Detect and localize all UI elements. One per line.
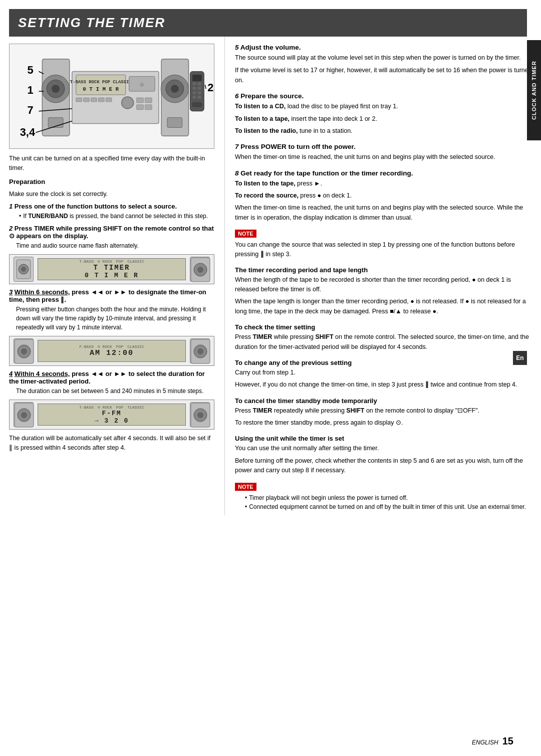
preparation-heading: Preparation [9,178,214,185]
step-1-number: 1 [9,203,13,210]
step-7-heading: 7 Press POWER to turn off the power. [235,143,532,150]
note-2-label: NOTE [235,483,256,491]
left-speaker-icon-1 [14,257,34,282]
display-text-am: AM 12:00 [90,349,134,357]
svg-rect-30 [192,87,196,90]
label-pop: POP [116,259,123,264]
step-4-sub: The duration can be set between 5 and 24… [16,387,214,396]
step-1-text: Press one of the function buttons to sel… [15,203,177,210]
note-2-bullet-2-text: Connected equipment cannot be turned on … [249,502,526,511]
note-1-text: You can change the source that was selec… [235,240,532,259]
note-2-bullet-2: • Connected equipment cannot be turned o… [245,502,532,511]
step-3-text: Within 6 seconds, press ◄◄ or ►► to desi… [9,288,206,303]
step-2-sub: Time and audio source name flash alterna… [16,241,214,250]
svg-rect-14 [98,98,104,102]
unit-display-3: T-BASS ⊙ ROCK POP TLASSIC F-FM → 3 2 0 [38,404,186,426]
step-2: 2 Press TIMER while pressing SHIFT on th… [9,225,214,284]
step-6-heading: 6 Prepare the source. [235,92,532,100]
svg-text:5: 5 [28,64,34,76]
step-4-heading: 4 Within 4 seconds, press ◄◄ or ►► to se… [9,370,214,385]
footer-page-number: 15 [502,735,513,747]
display-text-fm: F-FM [102,410,121,417]
timer-recording-body-1: When the length of the tape to be record… [235,275,532,295]
step-1-heading: 1 Press one of the function buttons to s… [9,203,214,210]
step4-note: The duration will be automatically set a… [9,434,214,453]
step-4-text: Within 4 seconds, press ◄◄ or ►► to sele… [9,370,205,385]
step-5-body-1: The source sound will play at the volume… [235,53,532,63]
step-2-heading: 2 Press TIMER while pressing SHIFT on th… [9,225,214,240]
svg-rect-18 [145,98,152,103]
svg-point-49 [21,267,26,272]
step-6-cd: To listen to a CD, load the disc to be p… [235,102,532,111]
svg-rect-27 [192,75,201,81]
right-column: 5 Adjust the volume. The source sound wi… [224,37,532,515]
unit-display-1: T-BASS ⊙ ROCK POP CLASSIC T TIMER 0 T I … [38,258,186,280]
using-unit-body-1: You can use the unit normally after sett… [235,444,532,453]
step-4-number: 4 [9,370,13,377]
step-5-heading: 5 Adjust the volume. [235,44,532,51]
svg-rect-29 [197,82,201,85]
step-5-number: 5 [235,44,239,51]
step-1-bullet-text: If TUNER/BAND is pressed, the band canno… [23,212,208,221]
check-timer-heading: To check the timer setting [235,323,532,331]
step-4: 4 Within 4 seconds, press ◄◄ or ►► to se… [9,370,214,430]
right-speaker-icon-3 [190,402,210,427]
display-panel-2: F-BASS ⊙ ROCK POP CLASSIC AM 12:00 [9,336,214,366]
svg-point-16 [122,97,134,109]
svg-rect-19 [137,105,144,110]
preparation-text: Make sure the clock is set correctly. [9,190,214,199]
step-2-text: Press TIMER while pressing SHIFT on the … [9,225,214,240]
svg-text:1: 1 [28,84,34,96]
timer-recording-heading: The timer recording period and tape leng… [235,266,532,274]
svg-point-24 [171,85,179,93]
note-2-bullet-1-text: Timer playback will not begin unless the… [249,493,408,502]
step-3-sub: Pressing either button changes both the … [16,305,214,332]
using-unit-section: Using the unit while the timer is set Yo… [235,435,532,475]
step-8-section: 8 Get ready for the tape function or the… [235,169,532,223]
step-3-heading: 3 Within 6 seconds, press ◄◄ or ►► to de… [9,288,214,303]
svg-rect-34 [192,96,196,99]
svg-point-58 [197,348,203,354]
svg-text:0  T I M E R: 0 T I M E R [83,86,119,92]
svg-point-55 [21,348,27,354]
step-8-text: Get ready for the tape function or the t… [240,169,413,177]
svg-text:7: 7 [28,104,34,116]
step-2-number: 2 [9,225,13,232]
intro-text: The unit can be turned on at a specified… [9,154,214,173]
change-setting-body-2: However, if you do not change the timer-… [235,380,532,390]
step-6-text: Prepare the source. [240,92,304,100]
svg-rect-20 [145,105,152,110]
svg-rect-15 [106,98,112,102]
step-7-text: Press POWER to turn off the power. [240,143,356,150]
display-text-1: T TIMER [94,264,130,272]
step-7-body: When the timer-on time is reached, the u… [235,152,532,162]
right-speaker-icon-2 [190,338,210,363]
display-text-2: 0 T I M E R [85,272,139,279]
display-text-duration: → 3 2 0 [95,417,129,425]
timer-recording-section: The timer recording period and tape leng… [235,266,532,317]
cancel-timer-heading: To cancel the timer standby mode tempora… [235,397,532,405]
step-3: 3 Within 6 seconds, press ◄◄ or ►► to de… [9,288,214,366]
footer-english: ENGLISH [472,739,498,746]
step-6-number: 6 [235,92,239,100]
left-speaker-icon-2 [14,338,34,363]
display-labels-row-3: T-BASS ⊙ ROCK POP TLASSIC [79,405,144,410]
display-labels-row: T-BASS ⊙ ROCK POP CLASSIC [79,259,144,264]
check-timer-section: To check the timer setting Press TIMER w… [235,323,532,352]
label-tbass: T-BASS [79,259,94,264]
svg-rect-28 [192,82,196,85]
step-8-number: 8 [235,169,239,177]
content-area: T-BASS ROCK POP CLASSIC 0 T I M E R ⊙ [9,37,532,515]
step-7-number: 7 [235,143,239,150]
svg-line-46 [205,85,206,89]
svg-rect-35 [197,96,201,99]
using-unit-body-2: Before turning off the power, check whet… [235,456,532,476]
step-5-text: Adjust the volume. [240,44,301,51]
step-8-tape: To listen to the tape, press ►. [235,179,532,188]
svg-rect-31 [197,87,201,90]
en-badge: En [513,351,527,365]
step-3-number: 3 [9,288,13,296]
change-setting-section: To change any of the previous setting Ca… [235,359,532,390]
svg-rect-36 [192,103,201,107]
device-illustration: T-BASS ROCK POP CLASSIC 0 T I M E R ⊙ [9,44,214,149]
